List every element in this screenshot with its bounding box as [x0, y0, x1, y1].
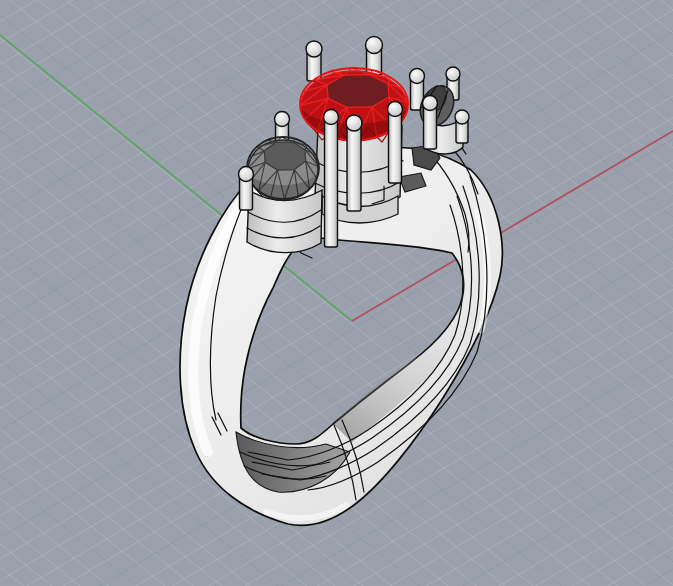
prong	[306, 41, 322, 81]
perspective-view-canvas[interactable]	[0, 0, 673, 586]
prong	[346, 115, 362, 211]
prong	[239, 167, 254, 211]
prong-dome	[410, 69, 425, 84]
grid-minor-line	[0, 567, 673, 586]
prong-dome	[388, 102, 403, 117]
prong-dome	[455, 110, 469, 124]
cad-viewport[interactable]	[0, 0, 673, 586]
grid-minor-line	[0, 526, 673, 586]
prong-dome	[346, 115, 362, 131]
prong-dome	[366, 37, 383, 54]
gem-table-facet	[327, 75, 389, 108]
prong-dome	[275, 112, 290, 127]
prong-dome	[239, 167, 254, 182]
grid-minor-line	[0, 0, 673, 22]
prong-shaft	[325, 117, 338, 247]
grid-minor-line	[0, 0, 673, 65]
grid-major-line	[0, 247, 673, 586]
prong	[388, 102, 403, 184]
prong-shaft	[389, 109, 402, 183]
grid-minor-line	[0, 204, 673, 586]
prong	[324, 110, 339, 248]
prong-dome	[446, 67, 460, 81]
prong-dome	[324, 110, 339, 125]
gem-table-facet	[264, 142, 305, 170]
grid-minor-line	[0, 0, 673, 43]
prong-shaft	[347, 123, 361, 211]
prong-dome	[306, 41, 322, 57]
left-side-stone[interactable]	[247, 137, 319, 200]
prong-dome	[423, 96, 438, 111]
ring-model[interactable]	[180, 37, 502, 526]
prong	[423, 96, 438, 150]
prong	[455, 110, 469, 143]
